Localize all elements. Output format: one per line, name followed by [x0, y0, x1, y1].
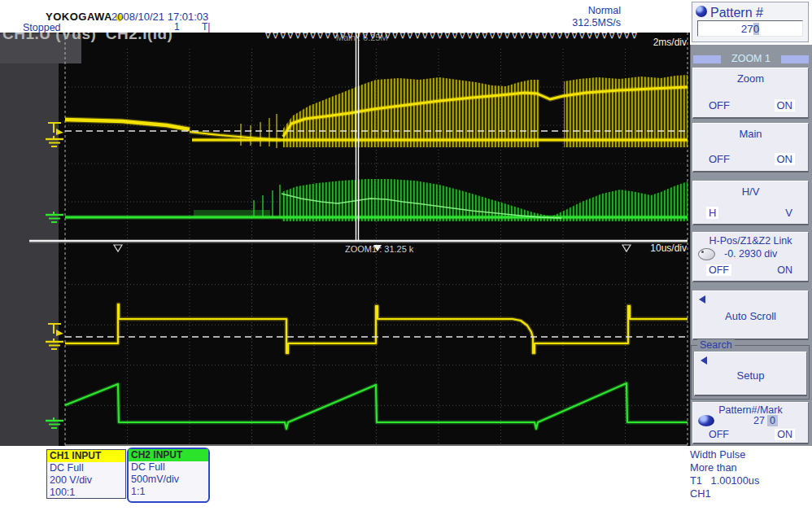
marker-number: 1	[174, 21, 180, 33]
ch2-header: CH2 INPUT	[129, 449, 208, 461]
zoom-panel-title: Zoom	[693, 68, 808, 85]
main-on-option[interactable]: ON	[775, 153, 796, 165]
zoom-on-option[interactable]: ON	[775, 99, 796, 111]
search-group-title: Search	[697, 339, 735, 351]
waveform-area: CH1.U (Vds) CH2.I(Id) Main : 6.25M ∇∇∇∇∇…	[0, 33, 690, 446]
pattern-value-selected-digit: 0	[753, 23, 760, 35]
hpos-on-option[interactable]: ON	[775, 264, 795, 276]
pattern-mark-value: 270	[749, 415, 780, 426]
ch1-header: CH1 INPUT	[47, 450, 125, 462]
ch1-coupling: DC Full	[47, 462, 125, 474]
left-margin	[0, 33, 59, 446]
menu-arrow-icon	[699, 295, 705, 304]
pattern-number-box[interactable]: Pattern # 270	[692, 2, 809, 42]
zoom-timebase: 10us/div	[629, 242, 687, 254]
hpos-panel-title: H-Pos/Z1&Z2 Link	[693, 233, 808, 247]
ch2-coupling: DC Full	[129, 461, 208, 474]
main-panel-title: Main	[693, 124, 808, 140]
pattern-mark-selected-digit: 0	[767, 415, 778, 426]
zoom1-group-title: ZOOM 1	[690, 53, 812, 66]
zoom-factor-label: ZOOM1 : 31.25 k	[345, 244, 413, 254]
hv-v-option[interactable]: V	[783, 207, 795, 219]
jog-knob-icon	[698, 415, 714, 426]
softkey-auto-scroll[interactable]: Auto Scroll	[692, 290, 809, 340]
search-mark-row: ∇∇∇∇∇∇∇∇∇∇∇∇∇∇∇∇∇∇∇∇∇∇∇∇∇∇∇∇∇∇∇∇∇∇∇∇∇∇∇∇…	[265, 33, 690, 40]
pattern-mark-off-option[interactable]: OFF	[706, 429, 731, 440]
softkey-zoom[interactable]: Zoom OFF ON	[692, 68, 809, 119]
hv-h-option[interactable]: H	[706, 207, 718, 219]
search-info-line: More than	[690, 461, 759, 474]
search-info-line: Width Pulse	[690, 448, 759, 461]
search-condition-info: Width PulseMore thanT1 1.00100usCH1	[690, 448, 759, 500]
ch2-input-box[interactable]: CH2 INPUT DC Full 500mV/div 1:1	[127, 448, 210, 503]
hv-panel-title: H/V	[693, 181, 808, 198]
setup-label: Setup	[695, 352, 806, 382]
zoom-off-option[interactable]: OFF	[706, 99, 732, 111]
channel-overlay-label: CH1.U (Vds) CH2.I(Id)	[2, 33, 172, 43]
softkey-search-setup[interactable]: Setup	[694, 352, 807, 396]
ch2-probe: 1:1	[129, 486, 208, 498]
auto-scroll-label: Auto Scroll	[693, 291, 808, 322]
softkey-hpos-link[interactable]: H-Pos/Z1&Z2 Link -0. 2930 div OFF ON	[692, 232, 809, 282]
main-timebase: 2ms/div	[633, 37, 687, 48]
pattern-number-input[interactable]: 270	[697, 20, 803, 37]
brand-text: YOKOGAWA	[46, 11, 112, 23]
title-bar-right	[781, 55, 809, 63]
trigger-info: Normal 312.5MS/s	[533, 5, 621, 28]
hpos-off-option[interactable]: OFF	[706, 264, 731, 276]
pattern-mark-title: Pattern#/Mark	[693, 403, 808, 416]
pattern-mark-prefix: 27	[751, 415, 767, 426]
hpos-value: -0. 2930 div	[722, 248, 779, 260]
trigger-position-marker: T|	[202, 21, 210, 33]
softkey-pattern-mark[interactable]: Pattern#/Mark 270 OFF ON	[692, 402, 809, 444]
ch1-scale: 200 V/div	[47, 474, 125, 487]
sample-rate: 312.5MS/s	[533, 17, 621, 29]
zoom1-title-text: ZOOM 1	[731, 53, 771, 64]
jog-knob-icon	[696, 6, 707, 17]
softkey-hv[interactable]: H/V H V	[692, 181, 809, 225]
search-info-line: CH1	[690, 487, 759, 500]
pattern-label: Pattern #	[710, 6, 763, 20]
search-info-line: T1 1.00100us	[690, 474, 759, 487]
ch2-scale: 500mV/div	[129, 474, 208, 486]
pattern-value: 27	[741, 23, 753, 35]
ch1-input-box[interactable]: CH1 INPUT DC Full 200 V/div 100:1	[46, 449, 126, 499]
waveform-plot	[0, 33, 690, 446]
title-bar-left	[693, 55, 721, 63]
trigger-mode: Normal	[533, 5, 621, 17]
main-off-option[interactable]: OFF	[706, 153, 732, 165]
rotary-knob-icon	[698, 248, 715, 260]
datetime: 2008/10/21 17:01:03	[111, 11, 208, 23]
pattern-mark-on-option[interactable]: ON	[775, 429, 795, 440]
oscilloscope-screen: YOKOGAWA◆ 2008/10/21 17:01:03 Stopped 1 …	[0, 0, 812, 511]
softkey-main[interactable]: Main OFF ON	[692, 123, 809, 173]
acquisition-status: Stopped	[23, 22, 61, 33]
menu-arrow-icon	[701, 356, 707, 365]
ch1-probe: 100:1	[47, 487, 125, 499]
